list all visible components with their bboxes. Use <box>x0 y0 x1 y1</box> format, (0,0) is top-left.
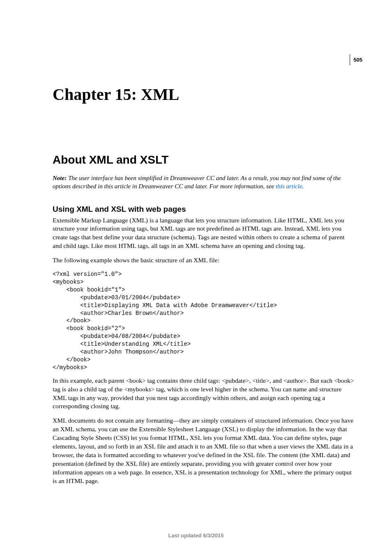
chapter-title: Chapter 15: XML <box>53 85 354 104</box>
note-paragraph: Note: The user interface has been simpli… <box>53 174 354 191</box>
paragraph-3: In this example, each parent <book> tag … <box>53 377 354 411</box>
section-title: About XML and XSLT <box>53 153 354 166</box>
page-number: 505 <box>350 54 362 65</box>
page: 505 Chapter 15: XML About XML and XSLT N… <box>0 0 392 555</box>
note-text-after: . <box>302 183 304 190</box>
footer-last-updated: Last updated 6/3/2015 <box>0 532 392 539</box>
subsection-title: Using XML and XSL with web pages <box>53 205 354 214</box>
paragraph-2: The following example shows the basic st… <box>53 256 354 265</box>
note-label: Note: <box>53 175 67 181</box>
paragraph-1: Extensible Markup Language (XML) is a la… <box>53 216 354 251</box>
note-link[interactable]: this article <box>276 183 302 190</box>
code-block: <?xml version="1.0"> <mybooks> <book boo… <box>53 271 354 372</box>
paragraph-4: XML documents do not contain any formatt… <box>53 416 354 485</box>
